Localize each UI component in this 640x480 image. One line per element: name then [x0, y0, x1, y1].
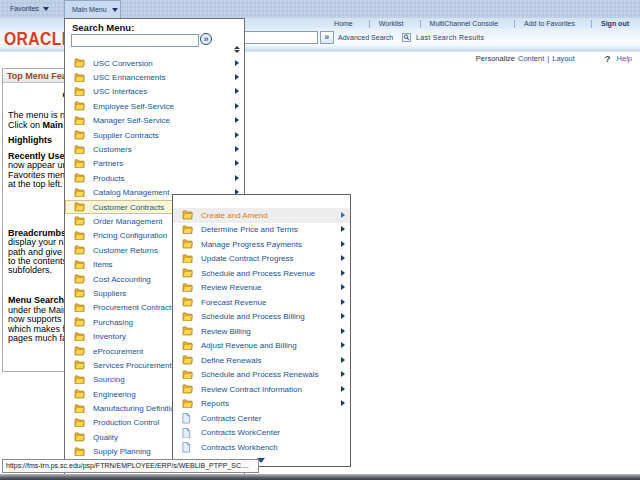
menu-item-label: Schedule and Process Revenue [201, 269, 315, 278]
submenu-arrow-icon [235, 146, 239, 152]
menu-item-label: Review Revenue [201, 283, 261, 292]
help-link[interactable]: Help [617, 54, 632, 63]
flyout-item-review-contract-information[interactable]: Review Contract Information [173, 382, 350, 397]
flyout-item-define-renewals[interactable]: Define Renewals [173, 353, 350, 368]
menu-item-label: Order Management [93, 217, 162, 226]
menu-search-input[interactable] [71, 34, 199, 47]
submenu-arrow-icon [341, 328, 345, 334]
peoplesoft-screen: Favorites Main Menu ORACLE HomeWorklistM… [0, 0, 640, 480]
folder-icon [74, 58, 85, 68]
main-menu-button[interactable]: Main Menu [64, 0, 121, 19]
page-icon [182, 413, 193, 423]
nav-link-sign-out[interactable]: Sign out [601, 20, 629, 27]
flyout-item-update-contract-progress[interactable]: Update Contract Progress [173, 252, 350, 267]
menu-item-label: Contracts Workbench [201, 443, 278, 452]
menu-item-label: Update Contract Progress [201, 254, 294, 263]
customer-contracts-flyout: Create and AmendDetermine Price and Term… [172, 194, 351, 467]
status-url-tooltip: https://fms-trn.ps.sc.edu/psp/FTRN/EMPLO… [2, 459, 259, 473]
menu-item-partners[interactable]: Partners [65, 157, 244, 171]
nav-link-add-to-favorites[interactable]: Add to Favorites [524, 20, 575, 27]
menu-item-usc-conversion[interactable]: USC Conversion [65, 56, 244, 70]
flyout-item-contracts-workcenter[interactable]: Contracts WorkCenter [173, 426, 350, 441]
submenu-arrow-icon [341, 255, 345, 261]
menu-item-label: Catalog Management [93, 188, 170, 197]
flyout-item-schedule-and-process-billing[interactable]: Schedule and Process Billing [173, 310, 350, 325]
menu-item-manager-self-service[interactable]: Manager Self-Service [65, 114, 244, 128]
flyout-item-contracts-center[interactable]: Contracts Center [173, 411, 350, 426]
submenu-arrow-icon [235, 60, 239, 66]
menu-item-label: eProcurement [93, 347, 143, 356]
menu-resize-handle[interactable] [234, 46, 240, 53]
menu-item-employee-self-service[interactable]: Employee Self-Service [65, 99, 244, 113]
top-menu-bar: Favorites Main Menu [0, 0, 640, 18]
menu-item-label: Employee Self-Service [93, 102, 174, 111]
folder-icon [74, 145, 85, 155]
flyout-item-determine-price-and-terms[interactable]: Determine Price and Terms [173, 223, 350, 238]
folder-icon [74, 418, 85, 428]
menu-item-label: Manager Self-Service [93, 116, 170, 125]
menu-item-label: USC Enhancements [93, 73, 165, 82]
nav-link-home[interactable]: Home [334, 20, 353, 27]
submenu-arrow-icon [341, 241, 345, 247]
menu-search-go-button[interactable]: » [200, 33, 212, 45]
personalize-layout-link[interactable]: Layout [552, 54, 575, 63]
favorites-menu[interactable]: Favorites [10, 0, 49, 18]
flyout-item-contracts-workbench[interactable]: Contracts Workbench [173, 440, 350, 455]
flyout-item-manage-progress-payments[interactable]: Manage Progress Payments [173, 237, 350, 252]
last-search-results-link[interactable]: Last Search Results [416, 34, 484, 41]
folder-icon [74, 87, 85, 97]
folder-icon [182, 254, 193, 264]
personalize-content-link[interactable]: Content [518, 54, 544, 63]
menu-item-label: Supplier Contracts [93, 131, 159, 140]
menu-item-label: Review Billing [201, 327, 251, 336]
submenu-arrow-icon [341, 371, 345, 377]
flyout-item-schedule-and-process-renewals[interactable]: Schedule and Process Renewals [173, 368, 350, 383]
menu-item-label: Schedule and Process Renewals [201, 370, 318, 379]
folder-icon [74, 173, 85, 183]
folder-icon [182, 312, 193, 322]
menu-item-usc-enhancements[interactable]: USC Enhancements [65, 70, 244, 84]
favorites-label: Favorites [10, 5, 39, 12]
menu-item-supplier-contracts[interactable]: Supplier Contracts [65, 128, 244, 142]
folder-icon [74, 332, 85, 342]
menu-item-usc-interfaces[interactable]: USC Interfaces [65, 85, 244, 99]
header-search-go-button[interactable]: » [320, 31, 334, 44]
personalize-row: Personalize Content | Layout ? Help [476, 53, 632, 63]
flyout-item-forecast-revenue[interactable]: Forecast Revenue [173, 295, 350, 310]
menu-item-label: Suppliers [93, 289, 126, 298]
flyout-item-schedule-and-process-revenue[interactable]: Schedule and Process Revenue [173, 266, 350, 281]
menu-item-label: Engineering [93, 390, 136, 399]
menu-item-customers[interactable]: Customers [65, 142, 244, 156]
folder-icon [74, 130, 85, 140]
folder-icon [182, 297, 193, 307]
menu-item-label: Schedule and Process Billing [201, 312, 305, 321]
folder-icon [74, 231, 85, 241]
submenu-arrow-icon [341, 386, 345, 392]
header-search-input[interactable] [237, 31, 318, 44]
nav-separator [514, 20, 515, 28]
submenu-arrow-icon [341, 212, 345, 218]
folder-icon [182, 370, 193, 380]
flyout-item-create-and-amend[interactable]: Create and Amend [173, 208, 350, 223]
help-icon: ? [605, 53, 611, 64]
menu-item-label: Adjust Revenue and Billing [201, 341, 297, 350]
page-icon [182, 442, 193, 452]
menu-item-label: Contracts Center [201, 414, 261, 423]
advanced-search-link[interactable]: Advanced Search [338, 34, 393, 41]
menu-item-products[interactable]: Products [65, 171, 244, 185]
menu-item-label: Inventory [93, 332, 126, 341]
folder-icon [74, 101, 85, 111]
nav-link-multichannel-console[interactable]: MultiChannel Console [430, 20, 498, 27]
folder-icon [182, 399, 193, 409]
flyout-item-review-revenue[interactable]: Review Revenue [173, 281, 350, 296]
folder-icon [74, 274, 85, 284]
menu-item-label: Customer Returns [93, 246, 158, 255]
submenu-arrow-icon [341, 313, 345, 319]
submenu-arrow-icon [235, 175, 239, 181]
menu-item-label: Supply Planning [93, 447, 151, 456]
flyout-item-adjust-revenue-and-billing[interactable]: Adjust Revenue and Billing [173, 339, 350, 354]
nav-link-worklist[interactable]: Worklist [379, 20, 404, 27]
flyout-item-reports[interactable]: Reports [173, 397, 350, 412]
flyout-item-review-billing[interactable]: Review Billing [173, 324, 350, 339]
folder-icon [74, 360, 85, 370]
